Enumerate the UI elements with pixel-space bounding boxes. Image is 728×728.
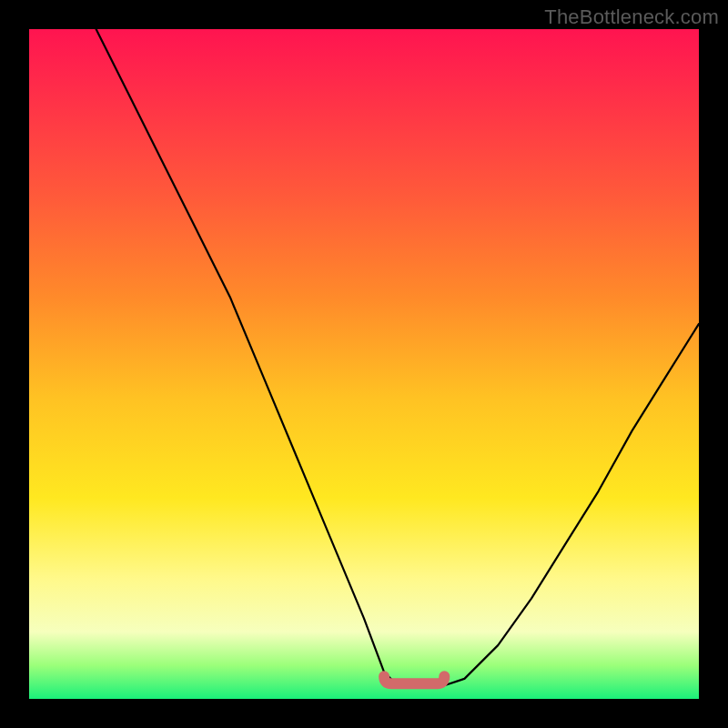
watermark-label: TheBottleneck.com: [544, 5, 719, 29]
bottleneck-curve: [96, 29, 699, 685]
chart-frame: TheBottleneck.com: [0, 0, 728, 728]
minimum-marker: [384, 676, 444, 683]
chart-svg: [29, 29, 699, 699]
